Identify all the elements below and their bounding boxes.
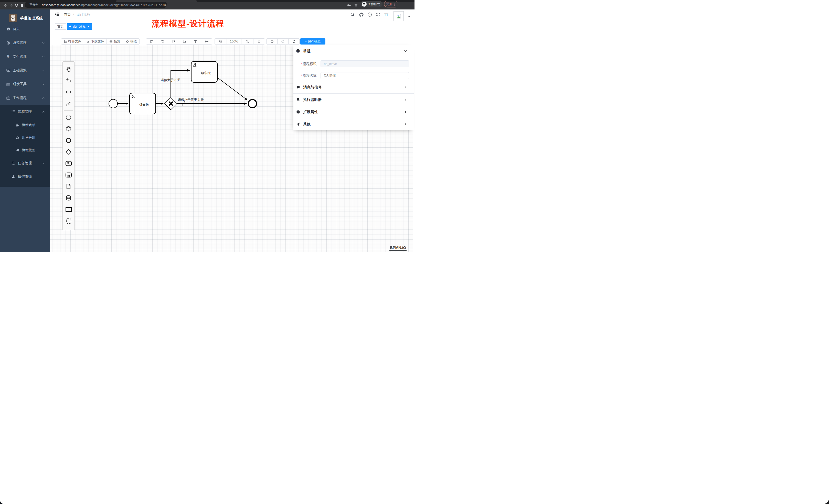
chevron-right-icon [404,98,407,101]
open-file-button[interactable]: 打开文件 [61,39,84,44]
create-user-task[interactable] [63,158,74,169]
sidebar-collapse-icon[interactable] [54,11,60,17]
avatar-caret-icon[interactable] [408,16,410,18]
palette-divider [64,110,73,111]
align-right-button[interactable] [157,39,168,44]
browser-back-button[interactable] [3,3,8,8]
sidebar-item-system[interactable]: 系统管理 [0,36,50,50]
sidebar-item-leave-query[interactable]: 请假查询 [0,170,50,184]
space-tool[interactable] [63,86,74,98]
browser-menu-icon[interactable]: ⋮ [393,2,396,6]
briefcase-icon [6,96,10,100]
browser-forward-button[interactable] [8,3,13,8]
align-bottom-button[interactable] [179,39,190,44]
start-event[interactable] [109,99,117,108]
sidebar-item-process-model[interactable]: 流程模型 [0,144,50,156]
fullscreen-icon[interactable] [375,12,381,17]
create-pool[interactable] [63,204,74,215]
sidebar-item-label: 流程模型 [22,148,35,153]
panel-section-extensions[interactable]: 扩展属性 [293,106,414,118]
sidebar-item-home[interactable]: 首页 [0,22,50,36]
align-center-horizontal-button[interactable] [190,39,201,44]
process-key-input[interactable] [321,61,409,67]
panel-section-listeners[interactable]: 执行监听器 [293,93,414,106]
sidebar-item-user-group[interactable]: 用户分组 [0,131,50,144]
panel-section-general[interactable]: i 常规 [293,45,414,57]
hand-tool[interactable] [63,63,74,75]
create-group[interactable] [63,215,74,227]
sidebar-item-process-form[interactable]: 流程表单 [0,119,50,131]
panel-section-messages[interactable]: 消息与信号 [293,81,414,93]
create-data-store[interactable] [63,192,74,204]
redo-button[interactable] [278,39,289,44]
preview-eye-icon [109,40,113,43]
close-icon[interactable]: × [87,25,89,28]
create-intermediate-event[interactable] [63,123,74,134]
browser-home-button[interactable] [19,3,24,8]
browser-url-bar[interactable]: 不安全 dashboard.yudao.iocoder.cn/bpm/manag… [25,2,167,8]
chevron-down-icon [42,55,45,58]
align-top-button[interactable] [168,39,179,44]
browser-update-button[interactable]: 更新 ⋮ [384,1,398,7]
download-file-button[interactable]: 下载文件 [84,39,107,44]
yen-icon: ¥ [6,54,10,59]
create-gateway[interactable] [63,146,74,158]
tree-icon [11,110,15,114]
sidebar-item-payment[interactable]: ¥ 支付管理 [0,50,50,64]
task-second-approval[interactable]: 二级审批 [191,62,217,82]
search-icon[interactable] [350,12,355,17]
plus-icon: + [305,40,307,43]
lasso-tool[interactable] [63,75,74,86]
tags-view-bar: 首页 设计流程 × [50,19,414,31]
create-subprocess[interactable] [63,169,74,181]
create-data-object[interactable] [63,181,74,192]
sidebar-item-workflow[interactable]: 工作流程 [0,91,50,105]
sidebar-item-infrastructure[interactable]: 基础设施 [0,64,50,77]
simulate-button[interactable]: 模拟 [123,39,139,44]
sidebar-item-label: 任务管理 [18,161,32,165]
zoom-out-button[interactable] [215,39,227,44]
tab-design-process[interactable]: 设计流程 × [67,23,92,30]
panel-section-other[interactable]: 其他 [293,118,414,130]
password-key-icon[interactable] [346,3,351,8]
github-icon[interactable] [358,12,364,17]
sidebar-item-label: 工作流程 [13,96,27,100]
end-event[interactable] [248,100,256,108]
align-center-vertical-button[interactable] [201,39,212,44]
sidebar-item-task-management[interactable]: 任务管理 [0,156,50,170]
preview-button[interactable]: 预览 [107,39,123,44]
bpmn-io-watermark[interactable]: BPMN.iO [389,245,406,251]
help-icon[interactable]: ? [367,12,372,17]
message-icon [296,85,300,89]
process-name-input[interactable] [321,72,409,79]
breadcrumb-home[interactable]: 首页 [64,12,71,17]
undo-button[interactable] [266,39,278,44]
global-connect-tool[interactable] [63,98,74,109]
refresh-button[interactable] [289,39,299,44]
sidebar-item-label: 支付管理 [13,54,27,59]
tab-home[interactable]: 首页 [55,23,66,30]
sidebar-item-process-management[interactable]: 流程管理 [0,105,50,119]
font-size-icon[interactable]: TT [384,12,389,17]
folder-open-icon [64,40,67,43]
chip-icon [126,40,129,43]
avatar[interactable] [394,11,404,21]
align-left-button[interactable] [146,39,157,44]
section-title: 其他 [303,122,311,127]
briefcase-icon [6,82,10,86]
align-center-v-icon [205,40,208,43]
sidebar-item-label: 基础设施 [13,68,27,73]
create-start-event[interactable] [63,112,74,123]
chevron-down-icon [42,83,45,86]
zoom-reset-button[interactable] [253,39,265,44]
save-model-button[interactable]: + 保存模型 [300,38,325,44]
chevron-down-icon [42,41,45,44]
panel-divider [293,57,414,57]
bookmark-star-icon[interactable] [353,3,358,8]
browser-reload-button[interactable] [14,3,19,8]
create-end-event[interactable] [63,134,74,146]
task-first-approval[interactable]: 一级审批 [130,93,156,114]
form-icon [15,123,20,127]
zoom-in-button[interactable] [242,39,253,44]
sidebar-item-dev-tools[interactable]: 研发工具 [0,77,50,91]
